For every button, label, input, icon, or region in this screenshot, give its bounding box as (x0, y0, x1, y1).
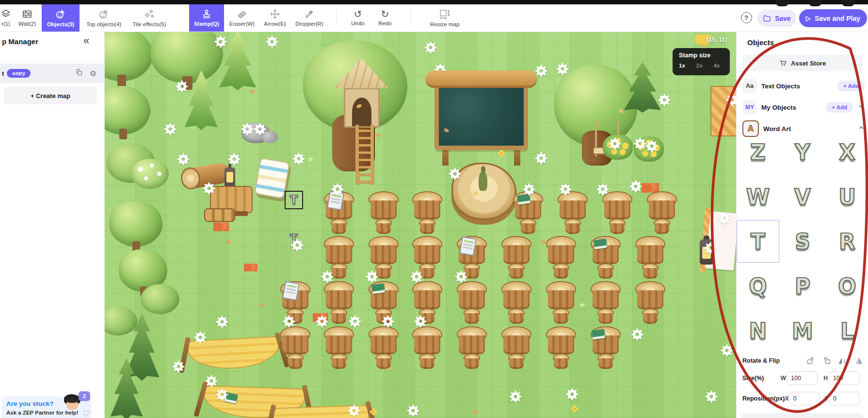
help-button[interactable]: ? (739, 10, 754, 25)
object-settings-gear-badge[interactable] (203, 182, 215, 195)
object-settings-gear-badge[interactable] (631, 328, 643, 341)
reposition-y-input[interactable] (829, 392, 860, 405)
object-settings-gear-badge[interactable] (449, 167, 461, 180)
rotate-cw-button[interactable] (821, 355, 833, 367)
object-settings-gear-badge[interactable] (205, 375, 218, 387)
word-art-letter-S[interactable]: S (781, 220, 824, 263)
asset-store-button[interactable]: Asset Store (742, 55, 863, 71)
tool-tile-effects[interactable]: Tile effects(5) (127, 4, 172, 32)
word-art-letter-L[interactable]: L (826, 309, 868, 352)
object-settings-gear-badge[interactable] (254, 123, 266, 135)
word-art-letter-X[interactable]: X (826, 143, 868, 173)
add-text-object-button[interactable]: + Add (837, 81, 865, 91)
tool-objects[interactable]: Objects(3) (42, 4, 80, 32)
object-settings-gear-badge[interactable] (177, 153, 190, 166)
object-settings-gear-badge[interactable] (241, 123, 254, 135)
save-and-play-button[interactable]: ▷ Save and Play (799, 9, 867, 27)
object-settings-gear-badge[interactable] (266, 35, 278, 48)
object-settings-gear-badge[interactable] (535, 65, 547, 77)
chevron-down-icon[interactable] (858, 103, 865, 112)
object-settings-gear-badge[interactable] (556, 63, 569, 75)
object-settings-gear-badge[interactable] (414, 315, 427, 328)
word-art-letter-P[interactable]: P (781, 265, 824, 307)
stamp-size-option-4x[interactable]: 4x (714, 63, 720, 68)
word-art-letter-V[interactable]: V (781, 175, 824, 218)
object-settings-gear-badge[interactable] (455, 270, 467, 283)
chevron-up-icon[interactable] (858, 124, 865, 133)
tool-eraser[interactable]: Eraser(W) (226, 4, 258, 32)
object-settings-gear-badge[interactable] (216, 388, 228, 401)
tool-redo[interactable]: ↻ Redo (372, 4, 398, 32)
object-settings-gear-badge[interactable] (424, 41, 437, 54)
object-settings-gear-badge[interactable] (726, 94, 736, 106)
tool-dropper[interactable]: Dropper(R) (292, 4, 327, 32)
object-settings-gear-badge[interactable] (629, 180, 642, 193)
tool-wall[interactable]: Wall(2) (13, 4, 42, 32)
flip-vertical-button[interactable] (853, 355, 865, 367)
stamp-size-option-2x[interactable]: 2x (696, 63, 703, 68)
object-settings-gear-badge[interactable] (645, 140, 658, 152)
object-settings-gear-badge[interactable] (291, 239, 304, 251)
reposition-x-input[interactable] (789, 392, 820, 405)
object-settings-gear-badge[interactable] (228, 153, 241, 166)
save-button[interactable]: Save (757, 10, 796, 27)
word-art-letter-O[interactable]: O (826, 265, 868, 307)
object-settings-gear-badge[interactable] (316, 315, 328, 328)
object-settings-gear-badge[interactable] (366, 270, 378, 283)
object-settings-gear-badge[interactable] (164, 123, 177, 135)
object-settings-gear-badge[interactable] (509, 390, 522, 403)
object-settings-gear-badge[interactable] (705, 390, 718, 403)
object-settings-gear-badge[interactable] (348, 404, 360, 417)
object-settings-gear-badge[interactable] (704, 242, 717, 254)
object-settings-gear-badge[interactable] (609, 137, 621, 150)
object-settings-gear-badge[interactable] (566, 388, 579, 401)
object-settings-gear-badge[interactable] (283, 315, 295, 328)
size-width-input[interactable] (787, 371, 818, 385)
collapse-panel-icon[interactable]: « (83, 34, 89, 47)
flip-horizontal-button[interactable] (837, 355, 849, 367)
tool-top-objects[interactable]: Top objects(4) (82, 4, 125, 32)
stamp-size-option-1x[interactable]: 1x (679, 63, 685, 68)
object-settings-gear-badge[interactable] (410, 270, 423, 283)
object-settings-gear-badge[interactable] (535, 152, 547, 165)
map-canvas[interactable]: (15, 11) Stamp size 1x2x4x TT (104, 32, 736, 418)
word-art-letter-Q[interactable]: Q (737, 265, 779, 307)
tool-arrow[interactable]: Arrow(E) (260, 4, 290, 32)
add-my-object-button[interactable]: + Add (826, 102, 853, 113)
word-art-scroll-area[interactable]: ZYXWVUTSRQPONML (737, 143, 868, 353)
object-settings-gear-badge[interactable] (349, 315, 361, 328)
section-my-objects[interactable]: MY My Objects + Add (742, 100, 865, 115)
object-settings-gear-badge[interactable] (407, 404, 419, 417)
section-text-objects[interactable]: Aa Text Objects + Add (742, 78, 865, 94)
map-settings-gear-icon[interactable]: ⚙ (90, 69, 96, 78)
create-map-button[interactable]: + Create map (4, 87, 97, 104)
tool-undo[interactable]: ↺ Undo (345, 4, 370, 32)
object-settings-gear-badge[interactable] (176, 80, 188, 93)
object-settings-gear-badge[interactable] (596, 183, 609, 196)
object-settings-gear-badge[interactable] (194, 331, 207, 344)
word-art-letter-W[interactable]: W (737, 175, 779, 218)
word-art-letter-Y[interactable]: Y (781, 143, 824, 173)
section-word-art[interactable]: A Word Art (742, 121, 865, 136)
word-art-letter-U[interactable]: U (826, 175, 868, 218)
object-settings-gear-badge[interactable] (721, 344, 733, 357)
object-settings-gear-badge[interactable] (658, 94, 671, 106)
object-settings-gear-badge[interactable] (172, 360, 185, 373)
size-height-input[interactable] (829, 371, 860, 385)
object-settings-gear-badge[interactable] (382, 315, 394, 328)
tool-stamp[interactable]: Stamp(Q) (189, 4, 224, 32)
object-settings-gear-badge[interactable] (216, 316, 228, 328)
object-settings-gear-badge[interactable] (321, 270, 334, 283)
object-settings-gear-badge[interactable] (523, 183, 535, 196)
rotate-ccw-button[interactable] (805, 355, 817, 367)
object-settings-gear-badge[interactable] (718, 212, 731, 225)
object-settings-gear-badge[interactable] (634, 137, 646, 150)
word-art-letter-M[interactable]: M (781, 309, 824, 352)
duplicate-map-icon[interactable] (75, 68, 83, 78)
word-art-letter-N[interactable]: N (737, 309, 779, 352)
partner-help-card[interactable]: Are you stuck? Ask a ZEP Partner for hel… (2, 397, 91, 418)
word-art-letter-R[interactable]: R (826, 220, 868, 263)
object-settings-gear-badge[interactable] (214, 35, 227, 48)
word-art-letter-Z[interactable]: Z (737, 143, 779, 173)
object-settings-gear-badge[interactable] (331, 183, 344, 196)
